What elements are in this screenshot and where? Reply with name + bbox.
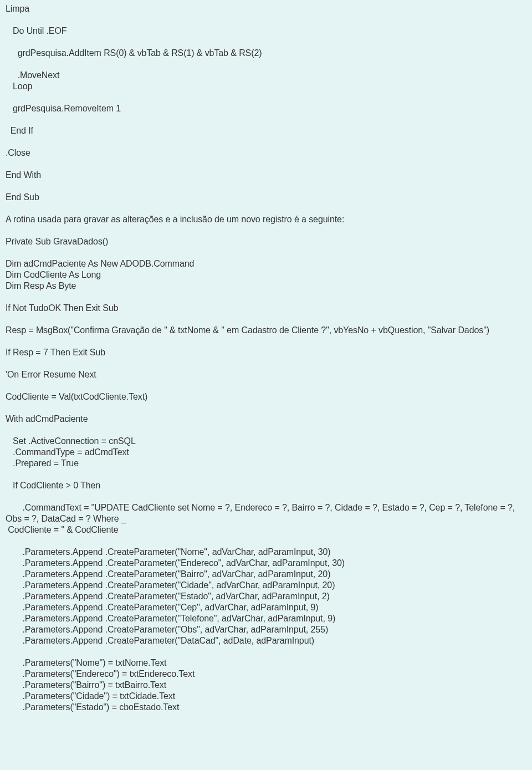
code-block-gravadados: Private Sub GravaDados() Dim adCmdPacien… [0,233,532,721]
paragraph-intro-gravadados: A rotina usada para gravar as alterações… [0,211,532,233]
code-block-limpa: Limpa Do Until .EOF grdPesquisa.AddItem … [0,0,532,211]
